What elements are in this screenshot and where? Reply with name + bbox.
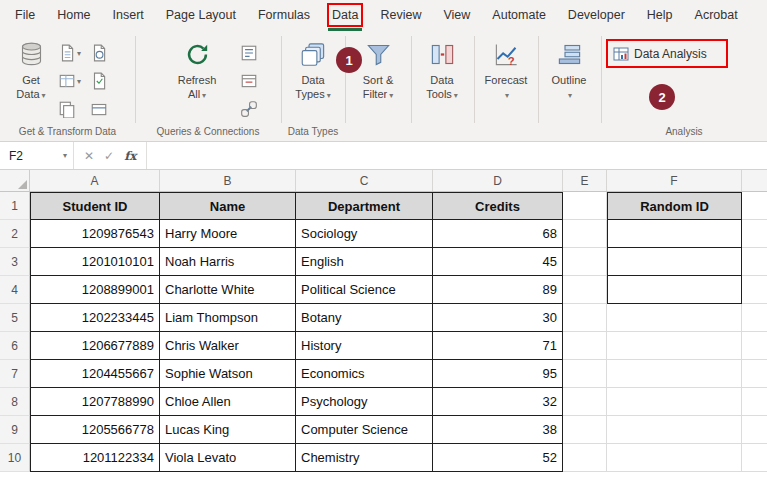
- row-header-7[interactable]: 7: [0, 360, 30, 388]
- properties-icon[interactable]: [240, 42, 266, 64]
- document-icon[interactable]: [90, 70, 116, 92]
- cell-D1[interactable]: Credits: [433, 192, 563, 220]
- row-header-8[interactable]: 8: [0, 388, 30, 416]
- row-header-4[interactable]: 4: [0, 276, 30, 304]
- document-icon[interactable]: [90, 42, 116, 64]
- cell-C8[interactable]: Psychology: [296, 388, 433, 416]
- cell-F3[interactable]: [607, 248, 742, 276]
- row-header-3[interactable]: 3: [0, 248, 30, 276]
- menu-item-formulas[interactable]: Formulas: [256, 6, 312, 24]
- cell-B10[interactable]: Viola Levato: [160, 444, 296, 472]
- cancel-button[interactable]: ✕: [84, 149, 94, 163]
- column-header-c[interactable]: C: [296, 170, 433, 191]
- cell-E10[interactable]: [563, 444, 607, 472]
- cell-B4[interactable]: Charlotte White: [160, 276, 296, 304]
- cell-D6[interactable]: 71: [433, 332, 563, 360]
- cell-C1[interactable]: Department: [296, 192, 433, 220]
- cell-A3[interactable]: 1201010101: [30, 248, 160, 276]
- cell-E4[interactable]: [563, 276, 607, 304]
- cell-C9[interactable]: Computer Science: [296, 416, 433, 444]
- cell-E9[interactable]: [563, 416, 607, 444]
- cell-C6[interactable]: History: [296, 332, 433, 360]
- row-header-1[interactable]: 1: [0, 192, 30, 220]
- cell-E8[interactable]: [563, 388, 607, 416]
- cell-B3[interactable]: Noah Harris: [160, 248, 296, 276]
- column-header-d[interactable]: D: [433, 170, 563, 191]
- column-header-e[interactable]: E: [563, 170, 607, 191]
- document-icon[interactable]: ▾: [58, 42, 84, 64]
- cell-E5[interactable]: [563, 304, 607, 332]
- formula-input[interactable]: [147, 142, 767, 169]
- name-box[interactable]: F2 ▾: [0, 142, 74, 169]
- cell-C4[interactable]: Political Science: [296, 276, 433, 304]
- data-types-button[interactable]: Data Types▾: [287, 38, 339, 132]
- menu-item-developer[interactable]: Developer: [566, 6, 627, 24]
- cell-F1[interactable]: Random ID: [607, 192, 742, 220]
- cell-A5[interactable]: 1202233445: [30, 304, 160, 332]
- row-header-10[interactable]: 10: [0, 444, 30, 472]
- menu-item-review[interactable]: Review: [378, 6, 423, 24]
- cell-F8[interactable]: [607, 388, 742, 416]
- document-icon[interactable]: [90, 98, 116, 120]
- cell-A9[interactable]: 1205566778: [30, 416, 160, 444]
- cell-E7[interactable]: [563, 360, 607, 388]
- cell-A7[interactable]: 1204455667: [30, 360, 160, 388]
- get-data-button[interactable]: Get Data▾: [6, 38, 56, 132]
- cell-D5[interactable]: 30: [433, 304, 563, 332]
- cell-F5[interactable]: [607, 304, 742, 332]
- cell-B9[interactable]: Lucas King: [160, 416, 296, 444]
- edit-links-icon[interactable]: [240, 98, 266, 120]
- menu-item-home[interactable]: Home: [55, 6, 92, 24]
- cell-D4[interactable]: 89: [433, 276, 563, 304]
- document-icon[interactable]: ▾: [58, 70, 84, 92]
- cell-D3[interactable]: 45: [433, 248, 563, 276]
- cell-E3[interactable]: [563, 248, 607, 276]
- cell-D9[interactable]: 38: [433, 416, 563, 444]
- insert-function-button[interactable]: fx: [124, 149, 136, 163]
- menu-item-insert[interactable]: Insert: [111, 6, 146, 24]
- cell-D10[interactable]: 52: [433, 444, 563, 472]
- cell-E2[interactable]: [563, 220, 607, 248]
- cell-A6[interactable]: 1206677889: [30, 332, 160, 360]
- cell-B7[interactable]: Sophie Watson: [160, 360, 296, 388]
- outline-button[interactable]: Outline ▾: [541, 38, 597, 132]
- cell-D8[interactable]: 32: [433, 388, 563, 416]
- column-header-b[interactable]: B: [160, 170, 296, 191]
- cell-F4[interactable]: [607, 276, 742, 304]
- enter-button[interactable]: ✓: [104, 149, 114, 163]
- document-icon[interactable]: [58, 98, 84, 120]
- cell-B5[interactable]: Liam Thompson: [160, 304, 296, 332]
- cell-B8[interactable]: Chloe Allen: [160, 388, 296, 416]
- menu-item-help[interactable]: Help: [645, 6, 675, 24]
- cell-C10[interactable]: Chemistry: [296, 444, 433, 472]
- menu-item-acrobat[interactable]: Acrobat: [693, 6, 740, 24]
- cell-D7[interactable]: 95: [433, 360, 563, 388]
- cell-C3[interactable]: English: [296, 248, 433, 276]
- select-all-corner[interactable]: [0, 170, 30, 191]
- cell-B1[interactable]: Name: [160, 192, 296, 220]
- chevron-down-icon[interactable]: ▾: [63, 151, 67, 160]
- menu-item-data[interactable]: Data: [330, 6, 360, 24]
- refresh-all-button[interactable]: Refresh All▾: [166, 38, 228, 132]
- cell-F7[interactable]: [607, 360, 742, 388]
- menu-item-file[interactable]: File: [13, 6, 37, 24]
- row-header-2[interactable]: 2: [0, 220, 30, 248]
- cell-A10[interactable]: 1201122334: [30, 444, 160, 472]
- cell-D2[interactable]: 68: [433, 220, 563, 248]
- cell-E6[interactable]: [563, 332, 607, 360]
- row-header-9[interactable]: 9: [0, 416, 30, 444]
- cell-A8[interactable]: 1207788990: [30, 388, 160, 416]
- data-tools-button[interactable]: Data Tools▾: [414, 38, 470, 132]
- cell-B6[interactable]: Chris Walker: [160, 332, 296, 360]
- cell-C7[interactable]: Economics: [296, 360, 433, 388]
- menu-item-view[interactable]: View: [441, 6, 472, 24]
- cell-F10[interactable]: [607, 444, 742, 472]
- menu-item-page-layout[interactable]: Page Layout: [164, 6, 238, 24]
- cell-F2[interactable]: [607, 220, 742, 248]
- cell-E1[interactable]: [563, 192, 607, 220]
- column-header-a[interactable]: A: [30, 170, 160, 191]
- menu-item-automate[interactable]: Automate: [490, 6, 548, 24]
- cell-A1[interactable]: Student ID: [30, 192, 160, 220]
- column-header-f[interactable]: F: [607, 170, 742, 191]
- cell-F9[interactable]: [607, 416, 742, 444]
